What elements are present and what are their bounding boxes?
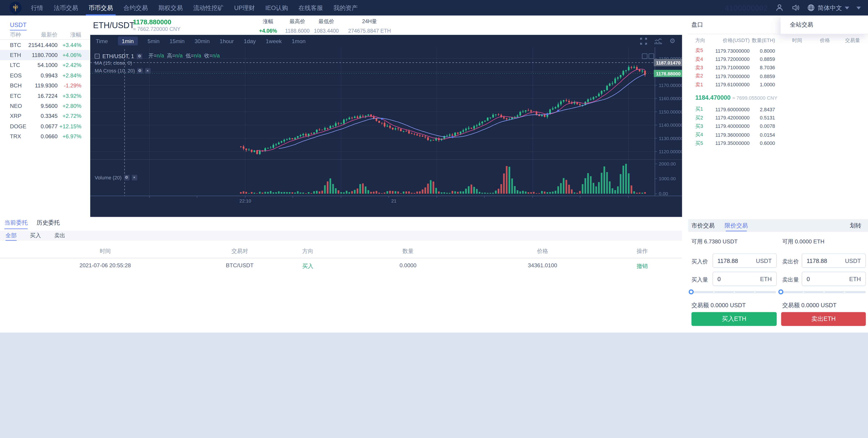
tab-market-trade[interactable]: 市价交易 xyxy=(691,219,715,232)
cancel-order-link[interactable]: 撤销 xyxy=(637,262,648,270)
timeframe-Time[interactable]: Time xyxy=(96,38,108,44)
timeframe-1hour[interactable]: 1hour xyxy=(220,38,234,44)
volume-close-icon[interactable]: × xyxy=(131,175,137,180)
ask-row[interactable]: 卖51179.730000000.8000 xyxy=(688,46,780,55)
indicators-icon[interactable] xyxy=(654,37,662,44)
nav-item-5[interactable]: 流动性挖矿 xyxy=(193,0,224,15)
market-row[interactable]: EOS0.9943+2.84% xyxy=(0,70,90,81)
transfer-link[interactable]: 划转 xyxy=(850,222,861,229)
trades-title: 全站交易 xyxy=(780,15,868,34)
bid-row[interactable]: 买51179.350000000.6000 xyxy=(688,139,780,148)
buy-eth-button[interactable]: 买入ETH xyxy=(691,312,777,326)
timeframe-15min[interactable]: 15min xyxy=(169,38,184,44)
collapse-legend-icon[interactable]: − xyxy=(95,54,100,59)
buy-amount-input[interactable] xyxy=(717,272,756,285)
user-icon[interactable] xyxy=(775,3,784,12)
ma-cross-close-icon[interactable]: × xyxy=(145,68,150,73)
sell-price-input[interactable] xyxy=(807,254,845,267)
timeframe-bar: Time1min5min15min30min1hour1day1week1mon… xyxy=(90,35,682,47)
chart-settings-gear-icon[interactable]: ⚙ xyxy=(670,38,675,44)
sell-amount-input[interactable] xyxy=(807,272,845,285)
timeframe-5min[interactable]: 5min xyxy=(148,38,160,44)
book-qty: 0.8859 xyxy=(750,57,775,62)
account-menu-caret-icon[interactable] xyxy=(857,6,861,9)
orders-tab-1[interactable]: 历史委托 xyxy=(37,219,60,229)
series-settings-gear-icon[interactable]: ⚙ xyxy=(137,53,142,59)
market-coin: LTC xyxy=(10,62,27,68)
bid-row[interactable]: 买41179.360000000.0154 xyxy=(688,131,780,139)
timeframe-1mon[interactable]: 1mon xyxy=(292,38,306,44)
orders-subtab-1[interactable]: 买入 xyxy=(30,231,41,241)
book-price: 1179.36000000 xyxy=(711,132,750,137)
book-qty: 8.7036 xyxy=(750,65,775,70)
svg-text:2000.00: 2000.00 xyxy=(659,161,676,166)
orders-subtab-0[interactable]: 全部 xyxy=(5,231,17,241)
market-tab-usdt[interactable]: USDT xyxy=(10,22,27,28)
sell-slider-handle[interactable] xyxy=(778,289,783,294)
sell-amount-slider[interactable] xyxy=(781,288,866,295)
market-coin: BTC xyxy=(10,42,27,48)
nav-item-6[interactable]: UP理财 xyxy=(234,0,255,15)
buy-price-label: 买入价 xyxy=(691,258,708,265)
sell-price-unit: USDT xyxy=(845,257,861,264)
trade-tabs-strip: 市价交易 限价交易 划转 xyxy=(688,219,868,232)
nav-item-1[interactable]: 法币交易 xyxy=(54,0,78,15)
order-cell: BTC/USDT xyxy=(226,262,253,269)
ma-cross-gear-icon[interactable]: ⚙ xyxy=(137,68,143,73)
language-selector[interactable]: 简体中文 xyxy=(807,4,849,12)
nav-item-0[interactable]: 行情 xyxy=(31,0,43,15)
fullscreen-icon[interactable] xyxy=(640,37,647,44)
market-row[interactable]: BCH119.9300-1.29% xyxy=(0,81,90,91)
buy-price-input[interactable] xyxy=(717,254,756,267)
market-coin: DOGE xyxy=(10,123,27,129)
bid-row[interactable]: 买11179.600000002.8437 xyxy=(688,105,780,114)
nav-item-4[interactable]: 期权交易 xyxy=(158,0,183,15)
candlestick-chart[interactable]: 1200.000001190.000001180.000001170.00000… xyxy=(90,47,682,217)
volume-gear-icon[interactable]: ⚙ xyxy=(124,175,129,180)
svg-text:1170.00000: 1170.00000 xyxy=(659,83,682,88)
nav-item-2[interactable]: 币币交易 xyxy=(89,0,113,15)
orders-header-row: 时间交易对方向数量价格操作 xyxy=(0,243,682,258)
timeframe-1min[interactable]: 1min xyxy=(118,37,138,45)
market-change: +4.06% xyxy=(58,52,81,58)
brand-logo[interactable] xyxy=(9,2,22,14)
ask-row[interactable]: 卖11179.610000001.0000 xyxy=(688,81,780,89)
market-row[interactable]: NEO9.5600+2.80% xyxy=(0,101,90,111)
nav-item-3[interactable]: 合约交易 xyxy=(123,0,148,15)
nav-item-8[interactable]: 在线客服 xyxy=(299,0,323,15)
ask-row[interactable]: 卖21179.700000000.8859 xyxy=(688,72,780,81)
market-row[interactable]: TRX0.0660+6.97% xyxy=(0,131,90,142)
chart-toolbar-icons: ⚙ xyxy=(640,37,682,44)
market-row[interactable]: DOGE0.0677+12.15% xyxy=(0,121,90,131)
bid-row[interactable]: 买31179.400000000.0078 xyxy=(688,122,780,131)
buy-slider-handle[interactable] xyxy=(689,289,694,294)
svg-text:0.00: 0.00 xyxy=(659,191,668,196)
market-row[interactable]: LTC54.1000+2.42% xyxy=(0,60,90,70)
orders-tab-0[interactable]: 当前委托 xyxy=(4,219,28,229)
buy-amount-label: 买入量 xyxy=(691,276,708,284)
tab-limit-trade[interactable]: 限价交易 xyxy=(725,219,748,232)
book-qty: 0.8000 xyxy=(750,48,775,53)
timeframe-1week[interactable]: 1week xyxy=(266,38,282,44)
announcement-sound-icon[interactable] xyxy=(791,3,800,12)
ask-row[interactable]: 卖31179.710000008.7036 xyxy=(688,64,780,72)
sell-eth-button[interactable]: 卖出ETH xyxy=(781,312,866,326)
timeframe-1day[interactable]: 1day xyxy=(244,38,256,44)
ask-row[interactable]: 卖41179.720000000.8859 xyxy=(688,55,780,64)
market-list-header: 币种 最新价 涨幅 xyxy=(0,31,90,40)
orders-subtab-2[interactable]: 卖出 xyxy=(54,231,65,241)
bid-row[interactable]: 买21179.420000000.5131 xyxy=(688,114,780,122)
sell-available: 可用 0.0000 ETH xyxy=(782,238,825,246)
nav-item-7[interactable]: IEO认购 xyxy=(265,0,288,15)
market-row[interactable]: ETH1180.7000+4.06% xyxy=(0,50,90,60)
market-row[interactable]: XRP0.3345+2.72% xyxy=(0,111,90,121)
nav-item-9[interactable]: 我的资产 xyxy=(334,0,358,15)
buy-amount-slider[interactable] xyxy=(691,288,776,295)
orders-col-4: 价格 xyxy=(537,247,548,255)
legend-ohlc: 开=n/a 高=n/a 低=n/a 收=n/a xyxy=(148,53,220,60)
timeframe-30min[interactable]: 30min xyxy=(195,38,210,44)
market-row[interactable]: BTC21541.4400+3.44% xyxy=(0,40,90,50)
market-row[interactable]: ETC16.7224+3.92% xyxy=(0,91,90,101)
market-change: +6.97% xyxy=(58,133,81,139)
book-side: 卖4 xyxy=(695,56,711,63)
